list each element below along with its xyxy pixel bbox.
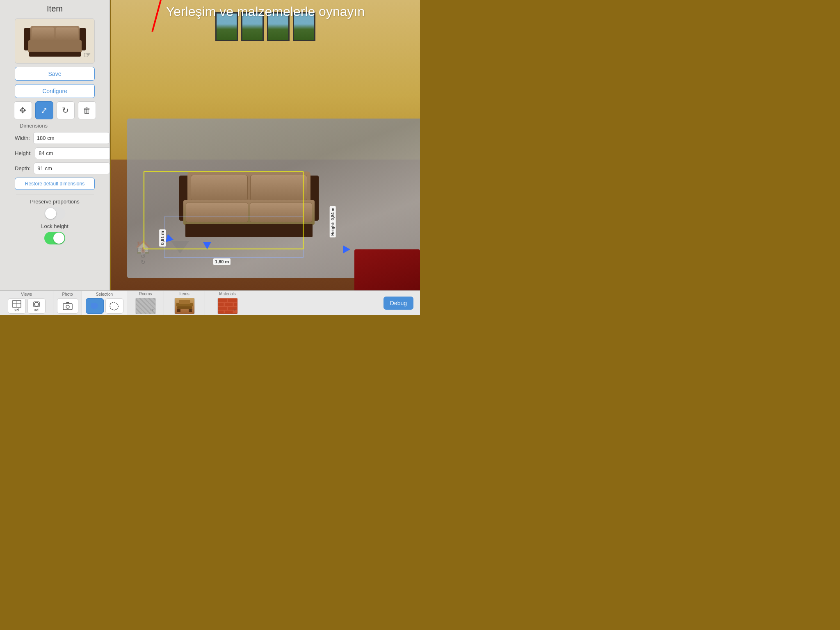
panel-title: Item — [47, 4, 63, 14]
rotate-tool-button[interactable]: ↻ — [57, 101, 75, 119]
rect-select-icon — [109, 301, 120, 310]
photo-section: Photo — [53, 291, 82, 315]
configure-button[interactable]: Configure — [15, 84, 95, 98]
height-row: Height: — [15, 147, 95, 159]
preserve-proportions-toggle[interactable] — [44, 207, 65, 220]
selection-section: Selection — [82, 291, 127, 315]
lock-height-label: Lock height — [41, 223, 68, 229]
preserve-proportions-row: Preserve proportions — [15, 199, 95, 220]
svg-point-3 — [34, 302, 39, 306]
preview-cushion-left — [32, 27, 54, 41]
floor-plan-icon — [12, 300, 21, 308]
selection-rectangle-button[interactable] — [105, 298, 123, 314]
item-panel: Item ☞ Save Configure ✥ ⤢ ↻ 🗑 Dimensions… — [0, 0, 110, 290]
freeform-select-icon — [89, 301, 100, 310]
height-input[interactable] — [35, 147, 110, 159]
preview-base — [29, 52, 81, 57]
svg-rect-14 — [228, 299, 236, 302]
dimension-width-label: 1,80 m — [213, 258, 231, 265]
dimensions-section-label: Dimensions — [20, 123, 48, 129]
width-input[interactable] — [33, 132, 110, 144]
depth-input[interactable] — [34, 162, 110, 174]
items-thumbnail[interactable]: ☞ — [174, 298, 195, 314]
selection-icons-row — [86, 298, 123, 314]
sofa-back — [187, 171, 310, 204]
move-tool-button[interactable]: ✥ — [14, 101, 32, 119]
svg-rect-16 — [225, 303, 233, 306]
preserve-proportions-label: Preserve proportions — [30, 199, 80, 205]
lock-toggle-thumb — [53, 233, 64, 244]
sofa-cushion-back-left — [191, 175, 248, 201]
preview-cushion-right — [56, 27, 78, 41]
svg-rect-13 — [218, 299, 226, 302]
scene-title: Yerleşim ve malzemelerle oynayın — [166, 4, 365, 19]
photo-button[interactable] — [57, 298, 78, 314]
svg-rect-15 — [218, 303, 223, 306]
depth-row: Depth: — [15, 162, 95, 174]
restore-default-button[interactable]: Restore default dimensions — [15, 178, 95, 190]
lock-height-row: Lock height — [15, 223, 95, 244]
items-label: Items — [179, 292, 189, 296]
views-label: Views — [21, 292, 32, 297]
camera-view-icon — [32, 300, 41, 308]
photo-label: Photo — [62, 292, 73, 297]
2d-label: 2d — [14, 308, 19, 312]
selection-label: Selection — [96, 292, 113, 297]
debug-button[interactable]: Debug — [383, 297, 413, 310]
scale-arrow-width-right — [343, 245, 350, 253]
materials-section: Materials ☞ — [205, 291, 250, 315]
photo-camera-icon — [62, 301, 73, 310]
tool-toolbar: ✥ ⤢ ↻ 🗑 — [14, 101, 96, 119]
svg-rect-18 — [218, 307, 226, 310]
svg-rect-9 — [177, 309, 180, 312]
scale-tool-button[interactable]: ⤢ — [35, 101, 53, 119]
height-label: Height: — [15, 150, 32, 156]
views-icons-row: 2d 3d — [8, 298, 46, 314]
preview-sofa — [24, 26, 86, 57]
svg-rect-20 — [218, 311, 223, 313]
measurement-box — [164, 217, 304, 258]
materials-thumbnail[interactable]: ☞ — [217, 298, 238, 314]
sofa-cushion-back-right — [250, 175, 307, 201]
red-coffee-table — [354, 249, 420, 290]
rooms-thumbnail[interactable]: ☞ — [135, 298, 156, 314]
depth-label: Depth: — [15, 165, 30, 171]
view-2d-button[interactable]: 2d — [8, 298, 26, 314]
preview-sofa-back — [30, 26, 80, 42]
save-button[interactable]: Save — [15, 67, 95, 81]
views-section: Views 2d 3d — [0, 291, 53, 315]
width-row: Width: — [15, 132, 95, 144]
preview-seat — [28, 40, 82, 52]
divider-1 — [16, 194, 94, 194]
svg-point-6 — [66, 305, 69, 308]
svg-rect-11 — [179, 300, 190, 304]
cursor-icon: ☞ — [84, 50, 91, 60]
materials-label: Materials — [219, 292, 236, 296]
scale-arrow-depth-far — [203, 242, 211, 249]
rooms-label: Rooms — [139, 292, 152, 296]
preserve-toggle-thumb — [45, 208, 56, 219]
svg-rect-17 — [234, 303, 237, 306]
bottom-toolbar: Views 2d 3d Photo — [0, 290, 420, 315]
view-camera-button[interactable]: 3d — [27, 298, 46, 314]
width-label: Width: — [15, 135, 30, 141]
lock-height-toggle[interactable] — [44, 232, 65, 244]
3d-label: 3d — [34, 308, 39, 312]
debug-section: Debug — [377, 291, 420, 315]
3d-scene[interactable]: Yerleşim ve malzemelerle oynayın — [111, 0, 420, 290]
dimension-height-label: Height: 0,84 m — [329, 206, 336, 237]
selection-freeform-button[interactable] — [86, 298, 104, 314]
svg-rect-21 — [225, 311, 233, 313]
item-preview-image[interactable]: ☞ — [15, 18, 95, 64]
delete-tool-button[interactable]: 🗑 — [78, 101, 96, 119]
rooms-section: Rooms ☞ — [127, 291, 164, 315]
items-section: Items ☞ — [164, 291, 205, 315]
